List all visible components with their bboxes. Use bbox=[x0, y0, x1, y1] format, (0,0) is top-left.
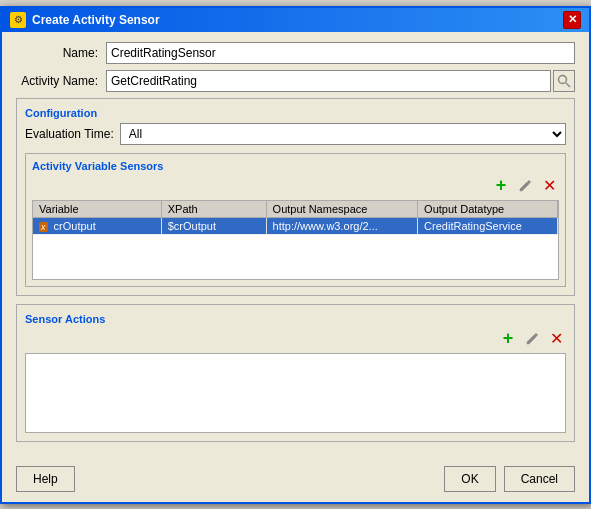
cell-xpath: $crOutput bbox=[161, 217, 266, 234]
avs-table: Variable XPath Output Namespace Output D… bbox=[33, 201, 558, 235]
configuration-title: Configuration bbox=[25, 107, 566, 119]
col-header-xpath: XPath bbox=[161, 201, 266, 218]
name-input[interactable] bbox=[106, 42, 575, 64]
cell-output-namespace: http://www.w3.org/2... bbox=[266, 217, 418, 234]
avs-add-button[interactable]: + bbox=[491, 176, 511, 196]
edit-icon bbox=[525, 332, 539, 346]
avs-toolbar: + ✕ bbox=[32, 176, 559, 196]
activity-name-input[interactable] bbox=[106, 70, 551, 92]
dialog-footer: Help OK Cancel bbox=[2, 460, 589, 502]
activity-variable-sensors-section: Activity Variable Sensors + ✕ bbox=[25, 153, 566, 287]
sa-delete-button[interactable]: ✕ bbox=[546, 329, 566, 349]
title-bar: ⚙ Create Activity Sensor ✕ bbox=[2, 8, 589, 32]
eval-time-select[interactable]: All Before After bbox=[120, 123, 566, 145]
footer-right-buttons: OK Cancel bbox=[444, 466, 575, 492]
sa-table-container bbox=[25, 353, 566, 433]
dialog-icon: ⚙ bbox=[10, 12, 26, 28]
svg-line-1 bbox=[566, 83, 570, 87]
col-header-output-namespace: Output Namespace bbox=[266, 201, 418, 218]
configuration-section: Configuration Evaluation Time: All Befor… bbox=[16, 98, 575, 296]
activity-name-row: Activity Name: bbox=[16, 70, 575, 92]
sensor-actions-title: Sensor Actions bbox=[25, 313, 566, 325]
search-button[interactable] bbox=[553, 70, 575, 92]
cell-variable: x crOutput bbox=[33, 217, 161, 234]
search-icon bbox=[557, 74, 571, 88]
close-button[interactable]: ✕ bbox=[563, 11, 581, 29]
svg-point-0 bbox=[559, 75, 567, 83]
col-header-output-datatype: Output Datatype bbox=[418, 201, 558, 218]
cancel-button[interactable]: Cancel bbox=[504, 466, 575, 492]
avs-delete-button[interactable]: ✕ bbox=[539, 176, 559, 196]
sa-edit-button[interactable] bbox=[522, 329, 542, 349]
name-row: Name: bbox=[16, 42, 575, 64]
variable-icon: x bbox=[39, 222, 48, 232]
eval-time-label: Evaluation Time: bbox=[25, 127, 114, 141]
col-header-variable: Variable bbox=[33, 201, 161, 218]
table-row[interactable]: x crOutput $crOutput http://www.w3.org/2… bbox=[33, 217, 558, 234]
evaluation-time-row: Evaluation Time: All Before After bbox=[25, 123, 566, 145]
ok-button[interactable]: OK bbox=[444, 466, 495, 492]
name-label: Name: bbox=[16, 46, 106, 60]
edit-icon bbox=[518, 179, 532, 193]
avs-table-container: Variable XPath Output Namespace Output D… bbox=[32, 200, 559, 280]
create-activity-sensor-dialog: ⚙ Create Activity Sensor ✕ Name: Activit… bbox=[0, 6, 591, 504]
sensor-actions-section: Sensor Actions + ✕ bbox=[16, 304, 575, 442]
activity-name-label: Activity Name: bbox=[16, 74, 106, 88]
sa-add-button[interactable]: + bbox=[498, 329, 518, 349]
sa-toolbar: + ✕ bbox=[25, 329, 566, 349]
variable-name: crOutput bbox=[54, 220, 96, 232]
help-button[interactable]: Help bbox=[16, 466, 75, 492]
table-header-row: Variable XPath Output Namespace Output D… bbox=[33, 201, 558, 218]
cell-output-datatype: CreditRatingService bbox=[418, 217, 558, 234]
dialog-title: Create Activity Sensor bbox=[32, 13, 160, 27]
activity-variable-sensors-title: Activity Variable Sensors bbox=[32, 160, 559, 172]
avs-edit-button[interactable] bbox=[515, 176, 535, 196]
dialog-body: Name: Activity Name: Configuration Evalu… bbox=[2, 32, 589, 460]
